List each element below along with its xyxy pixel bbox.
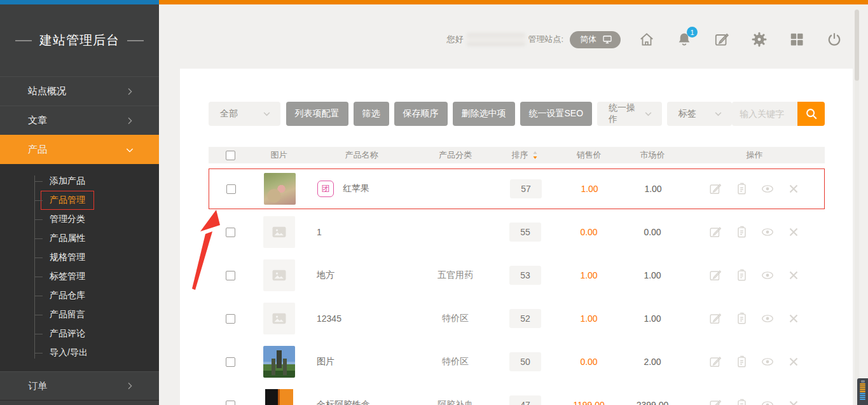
grid-icon[interactable] [789,31,805,48]
sidebar-item-label: 文章 [28,114,125,127]
copy-icon[interactable] [734,312,748,326]
search-input[interactable] [732,102,797,126]
sort-value[interactable]: 47 [509,395,541,405]
home-icon[interactable] [638,31,655,48]
row-checkbox[interactable] [226,184,236,194]
tag-dropdown[interactable]: 标签 [667,102,732,126]
view-icon[interactable] [761,312,775,326]
sale-price: 1.00 [557,313,621,324]
delete-selected-button[interactable]: 删除选中项 [453,102,515,126]
sale-price: 1.00 [558,184,621,194]
gear-icon[interactable] [751,31,768,48]
chevron-right-icon [125,116,135,126]
sidebar-item-add-product[interactable]: 添加产品 [0,172,159,191]
product-name: 1 [317,227,322,237]
delete-icon[interactable] [787,355,801,369]
row-checkbox[interactable] [226,314,235,324]
sidebar-item-products[interactable]: 产品 [0,135,159,164]
save-order-button[interactable]: 保存顺序 [394,102,448,126]
sort-value[interactable]: 53 [509,266,541,285]
view-icon[interactable] [761,268,775,282]
app-title: 建站管理后台 [0,4,159,76]
copy-icon[interactable] [734,398,748,405]
delete-icon[interactable] [787,268,801,282]
view-icon[interactable] [761,355,775,369]
delete-icon[interactable] [787,398,801,405]
sidebar-item-product-messages[interactable]: 产品留言 [0,305,159,324]
scrollbar-track[interactable] [855,69,859,405]
sidebar-item-spec-management[interactable]: 规格管理 [0,248,159,267]
product-thumbnail[interactable] [263,259,295,291]
sidebar: 建站管理后台 站点概况 文章 产品 添加产品 产品管理 管理分类 产品属性 规格… [0,4,159,405]
sort-value[interactable]: 50 [509,352,541,371]
sale-price: 1199.00 [557,400,621,405]
select-all-checkbox[interactable] [226,151,235,160]
sidebar-item-tag-management[interactable]: 标签管理 [0,267,159,286]
copy-icon[interactable] [734,268,748,282]
row-checkbox[interactable] [226,271,235,280]
product-thumbnail[interactable] [263,303,295,334]
copy-icon[interactable] [734,225,748,239]
image-placeholder-icon [270,266,288,284]
delete-icon[interactable] [787,312,801,326]
view-icon[interactable] [761,182,775,196]
sidebar-item-site-overview[interactable]: 站点概况 [0,76,159,106]
product-thumbnail[interactable] [263,216,295,248]
table-row: 团红苹果 57 1.00 1.00 [209,168,825,209]
power-icon[interactable] [826,31,843,48]
product-name: 图片 [317,356,334,367]
sidebar-item-orders[interactable]: 订单 [0,371,159,401]
row-checkbox[interactable] [226,357,235,367]
language-label: 简体 [580,34,596,45]
copy-icon[interactable] [734,355,748,369]
market-price: 1.00 [621,270,684,280]
delete-icon[interactable] [787,225,801,239]
sidebar-item-product-attributes[interactable]: 产品属性 [0,229,159,248]
sidebar-item-articles[interactable]: 文章 [0,106,159,135]
edit-icon[interactable] [708,312,722,326]
edit-icon[interactable] [708,398,722,405]
sidebar-item-product-reviews[interactable]: 产品评论 [0,324,159,343]
sort-arrows-icon[interactable] [531,150,539,161]
view-icon[interactable] [761,398,775,405]
edit-icon[interactable] [708,268,722,282]
edit-icon[interactable] [708,182,722,196]
image-placeholder-icon [270,310,288,327]
bell-icon[interactable]: 1 [676,31,692,48]
delete-icon[interactable] [787,182,801,196]
category-filter-dropdown[interactable]: 全部 [209,102,280,126]
compose-icon[interactable] [713,31,730,48]
sort-value[interactable]: 52 [509,309,541,328]
sale-price: 0.00 [557,357,621,367]
product-name: 红苹果 [343,183,369,195]
admin-page: 建站管理后台 站点概况 文章 产品 添加产品 产品管理 管理分类 产品属性 规格… [0,0,868,405]
sort-value[interactable]: 55 [509,223,541,242]
market-price: 1.00 [621,184,685,194]
corner-widget[interactable] [857,378,868,405]
sidebar-item-import-export[interactable]: 导入/导出 [0,343,159,362]
product-thumbnail[interactable] [263,346,295,378]
edit-icon[interactable] [708,355,722,369]
scrollbar-thumb[interactable] [855,10,859,81]
sidebar-item-manage-categories[interactable]: 管理分类 [0,210,159,229]
filter-button[interactable]: 筛选 [354,102,389,126]
header-sort[interactable]: 排序 [512,149,539,161]
copy-icon[interactable] [734,182,748,196]
sidebar-item-product-warehouse[interactable]: 产品仓库 [0,286,159,305]
batch-action-dropdown[interactable]: 统一操作 [597,102,662,126]
language-button[interactable]: 简体 [570,31,621,48]
sidebar-item-product-management[interactable]: 产品管理 [0,191,159,210]
row-checkbox[interactable] [226,401,235,405]
row-checkbox[interactable] [226,228,235,237]
market-price: 2.00 [621,357,684,367]
seo-settings-button[interactable]: 统一设置SEO [520,102,593,126]
product-thumbnail[interactable] [263,389,295,405]
sort-value[interactable]: 57 [510,179,542,198]
product-thumbnail[interactable] [264,173,296,205]
search-button[interactable] [797,102,825,126]
view-icon[interactable] [761,225,775,239]
edit-icon[interactable] [708,225,722,239]
list-config-button[interactable]: 列表项配置 [286,102,348,126]
toolbar: 全部 列表项配置 筛选 保存顺序 删除选中项 统一设置SEO 统一操作 标签 [209,102,825,126]
chevron-down-icon [713,109,723,119]
